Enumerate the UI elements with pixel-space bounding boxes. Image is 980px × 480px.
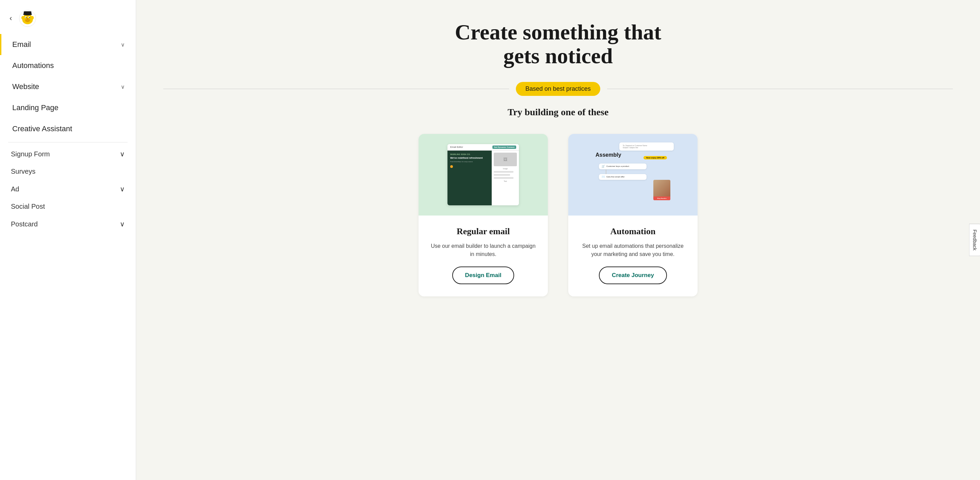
sidebar-item-signup-form[interactable]: Signup Form ∨: [0, 145, 136, 163]
divider-left: [163, 89, 509, 89]
mock-image-label: Image: [494, 168, 517, 170]
mock-text-line-2: [494, 174, 510, 176]
sidebar-item-automations-label: Automations: [12, 61, 54, 70]
email-card-title: Regular email: [457, 227, 510, 237]
nav-divider: [8, 142, 127, 143]
back-button[interactable]: ‹: [7, 13, 14, 24]
chevron-down-icon-5: ∨: [120, 220, 125, 228]
sidebar-item-website[interactable]: Website ∨: [0, 76, 136, 97]
subtitle: Try building one of these: [163, 107, 953, 117]
automation-card-title: Automation: [611, 227, 656, 237]
feedback-tab[interactable]: Feedback: [969, 224, 980, 256]
sidebar-item-email[interactable]: Email ∨: [0, 34, 136, 55]
email-icon: ✉️: [601, 176, 605, 179]
email-card-body: Regular email Use our email builder to l…: [418, 215, 548, 296]
mock-email-content: SEERLING SODA CO. We've redefined refres…: [447, 150, 519, 205]
auto-product-image: Shop Seamles: [653, 180, 670, 200]
auto-connector-1: [606, 169, 606, 174]
mailchimp-logo: [19, 10, 37, 27]
auto-flow-title: Assembly: [595, 152, 621, 158]
svg-point-4: [31, 16, 34, 19]
sidebar-header: ‹: [0, 0, 136, 34]
sidebar-item-postcard[interactable]: Postcard ∨: [0, 215, 136, 233]
mock-set-dynamic-btn: Set Dynamic Content: [492, 146, 516, 149]
mock-topbar-title: Email Editor: [450, 146, 463, 148]
create-journey-button[interactable]: Create Journey: [599, 266, 667, 284]
main-content: Create something that gets noticed Based…: [136, 0, 980, 480]
mock-headline: We've redefined refreshment: [450, 157, 489, 160]
sidebar-item-ad[interactable]: Ad ∨: [0, 180, 136, 198]
sidebar-item-signup-form-label: Signup Form: [11, 150, 50, 158]
sidebar-item-social-post[interactable]: Social Post: [0, 198, 136, 215]
email-card-desc: Use our email builder to launch a campai…: [430, 242, 537, 258]
chevron-down-icon: ∨: [121, 41, 125, 48]
feedback-label: Feedback: [972, 230, 977, 250]
auto-node-1: 🛒 Customer buys a product: [599, 163, 646, 169]
chevron-down-icon-4: ∨: [120, 185, 125, 193]
sidebar-item-creative-assistant-label: Creative Assistant: [12, 124, 72, 133]
divider-right: [607, 89, 953, 89]
sidebar-item-social-post-label: Social Post: [11, 203, 45, 211]
chevron-down-icon-2: ∨: [121, 84, 125, 90]
auto-flow: 🛒 Customer buys a product ✉️ Gets first …: [592, 163, 674, 180]
sidebar-item-landing-page[interactable]: Landing Page: [0, 97, 136, 118]
auto-discount-badge: Now enjoy 20% off: [643, 156, 667, 160]
sidebar-item-surveys-label: Surveys: [11, 168, 35, 176]
sidebar-item-postcard-label: Postcard: [11, 220, 38, 228]
best-practices-badge: Based on best practices: [516, 82, 600, 96]
mock-email-right: 🖼 Image Text: [492, 150, 519, 205]
mock-image-placeholder: 🖼: [494, 153, 517, 166]
automation-card-body: Automation Set up email automations that…: [568, 215, 698, 296]
email-card-image: Email Editor Set Dynamic Content SEERLIN…: [418, 134, 548, 215]
mock-email-left: SEERLING SODA CO. We've redefined refres…: [447, 150, 492, 205]
automation-preview: To: Segment or Customer Name Subject: Su…: [592, 143, 674, 207]
page-title: Create something that gets noticed: [163, 21, 953, 68]
auto-header-box: To: Segment or Customer Name Subject: Su…: [619, 143, 674, 150]
auto-header-label2: Subject: Subject line: [623, 147, 670, 149]
sidebar-item-ad-label: Ad: [11, 185, 19, 193]
auto-node-2-label: Gets first email offer: [606, 176, 625, 178]
primary-nav: Email ∨ Automations Website ∨ Landing Pa…: [0, 34, 136, 240]
sidebar-item-landing-page-label: Landing Page: [12, 103, 59, 112]
automation-card-image: To: Segment or Customer Name Subject: Su…: [568, 134, 698, 215]
sidebar-item-website-label: Website: [12, 82, 39, 91]
design-email-button[interactable]: Design Email: [452, 266, 514, 284]
cards-row: Email Editor Set Dynamic Content SEERLIN…: [163, 134, 953, 296]
chevron-down-icon-3: ∨: [120, 150, 125, 158]
sidebar-item-creative-assistant[interactable]: Creative Assistant: [0, 118, 136, 139]
regular-email-card: Email Editor Set Dynamic Content SEERLIN…: [418, 134, 548, 296]
automation-card-desc: Set up email automations that personaliz…: [579, 242, 687, 258]
mock-text-label: Text: [494, 180, 517, 182]
svg-point-8: [26, 17, 27, 18]
sidebar-item-email-label: Email: [12, 40, 31, 49]
mock-body-text: Fresh & bold flavor for every moment.: [450, 161, 489, 163]
mock-dot-decoration: [450, 165, 453, 168]
sidebar-item-surveys[interactable]: Surveys: [0, 163, 136, 180]
auto-node-2: ✉️ Gets first email offer: [599, 174, 646, 180]
auto-product-btn: Shop Seamles: [653, 196, 670, 200]
divider-row: Based on best practices: [163, 82, 953, 96]
mock-topbar: Email Editor Set Dynamic Content: [447, 144, 519, 150]
sidebar-item-automations[interactable]: Automations: [0, 55, 136, 76]
svg-point-9: [29, 17, 30, 18]
auto-node-1-label: Customer buys a product: [606, 165, 629, 167]
cart-icon: 🛒: [601, 165, 605, 168]
sidebar: ‹ Email: [0, 0, 136, 480]
mock-text-line-3: [494, 177, 514, 179]
svg-point-3: [21, 16, 24, 19]
svg-rect-12: [24, 11, 32, 14]
automation-card: To: Segment or Customer Name Subject: Su…: [568, 134, 698, 296]
svg-point-10: [27, 18, 29, 19]
image-icon: 🖼: [503, 157, 508, 162]
mock-brand: SEERLING SODA CO.: [450, 153, 489, 155]
email-editor-preview: Email Editor Set Dynamic Content SEERLIN…: [447, 144, 519, 205]
mock-text-line-1: [494, 171, 514, 173]
